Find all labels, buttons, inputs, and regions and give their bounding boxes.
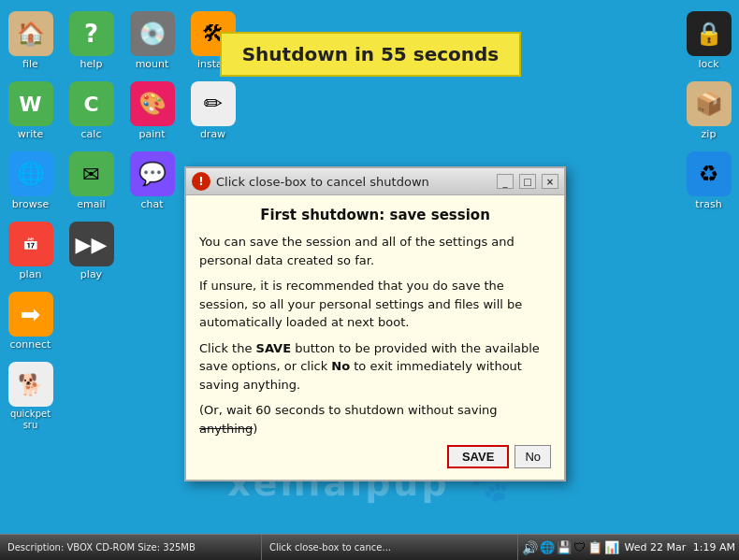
desktop-icon-trash[interactable]: ♻ trash — [678, 148, 739, 214]
dialog-para4: (Or, wait 60 seconds to shutdown without… — [199, 401, 551, 438]
icon-col-1: 🏠 file W write 🌐 browse 📅 plan ➡ connect… — [0, 7, 61, 435]
desktop-icon-zip[interactable]: 📦 zip — [678, 78, 739, 144]
desktop-icon-calc[interactable]: C calc — [61, 78, 122, 144]
tray-icon-network[interactable]: 🌐 — [540, 540, 555, 554]
desktop-icon-chat[interactable]: 💬 chat — [122, 148, 182, 214]
taskbar-active-window[interactable]: Click close-box to cance... — [262, 535, 518, 560]
icon-col-2: ? help C calc ✉ email ▶▶ play — [61, 7, 122, 284]
dialog-para1: You can save the session and all of the … — [199, 233, 551, 269]
shutdown-dialog: ! Click close-box to cancel shutdown _ □… — [184, 166, 566, 481]
desktop-icon-plan[interactable]: 📅 plan — [0, 218, 61, 284]
dialog-titlebar: ! Click close-box to cancel shutdown _ □… — [186, 168, 564, 195]
dialog-title-text: Click close-box to cancel shutdown — [216, 175, 491, 189]
desktop-icon-write[interactable]: W write — [0, 78, 61, 144]
dialog-buttons: SAVE No — [199, 445, 551, 472]
tray-icon-clipboard[interactable]: 📋 — [587, 540, 602, 554]
taskbar-clock: Wed 22 Mar 1:19 AM — [621, 541, 735, 553]
desktop-icon-quickpet[interactable]: 🐕 quickpetsru — [0, 358, 61, 435]
dialog-content: First shutdown: save session You can sav… — [186, 195, 564, 480]
shutdown-banner: Shutdown in 55 seconds — [220, 32, 521, 77]
no-button[interactable]: No — [514, 445, 551, 468]
tray-icon-chart[interactable]: 📊 — [604, 540, 619, 554]
desktop-icon-draw[interactable]: ✏ draw — [182, 78, 243, 144]
icon-col-3: 💿 mount 🎨 paint 💬 chat — [122, 7, 182, 214]
desktop-icon-connect[interactable]: ➡ connect — [0, 288, 61, 354]
desktop-icon-lock[interactable]: 🔒 lock — [678, 7, 739, 74]
icon-col-right: 🔒 lock 📦 zip ♻ trash — [678, 7, 739, 214]
taskbar-description: Description: VBOX CD-ROM Size: 325MB — [0, 535, 262, 560]
dialog-close-button[interactable]: × — [542, 174, 558, 189]
dialog-minimize-button[interactable]: _ — [497, 174, 514, 189]
taskbar: Description: VBOX CD-ROM Size: 325MB Cli… — [0, 534, 739, 560]
desktop-icon-browse[interactable]: 🌐 browse — [0, 148, 61, 214]
desktop-icon-play[interactable]: ▶▶ play — [61, 218, 122, 284]
taskbar-tray: 🔊 🌐 💾 🛡 📋 📊 Wed 22 Mar 1:19 AM — [518, 535, 739, 560]
tray-icon-shield[interactable]: 🛡 — [573, 540, 586, 554]
save-button[interactable]: SAVE — [447, 445, 509, 468]
tray-icon-storage[interactable]: 💾 — [557, 540, 572, 554]
desktop-icon-paint[interactable]: 🎨 paint — [122, 78, 182, 144]
desktop-icon-email[interactable]: ✉ email — [61, 148, 122, 214]
dialog-heading: First shutdown: save session — [199, 207, 551, 223]
dialog-maximize-button[interactable]: □ — [519, 174, 536, 189]
desktop-icon-file[interactable]: 🏠 file — [0, 7, 61, 74]
desktop-icon-help[interactable]: ? help — [61, 7, 122, 74]
dialog-para3: Click the SAVE button to be provided wit… — [199, 339, 551, 395]
dialog-title-icon: ! — [192, 172, 210, 191]
dialog-para2: If unsure, it is recommended that you do… — [199, 277, 551, 332]
tray-icon-volume[interactable]: 🔊 — [522, 540, 538, 555]
desktop-icon-mount[interactable]: 💿 mount — [122, 7, 182, 74]
